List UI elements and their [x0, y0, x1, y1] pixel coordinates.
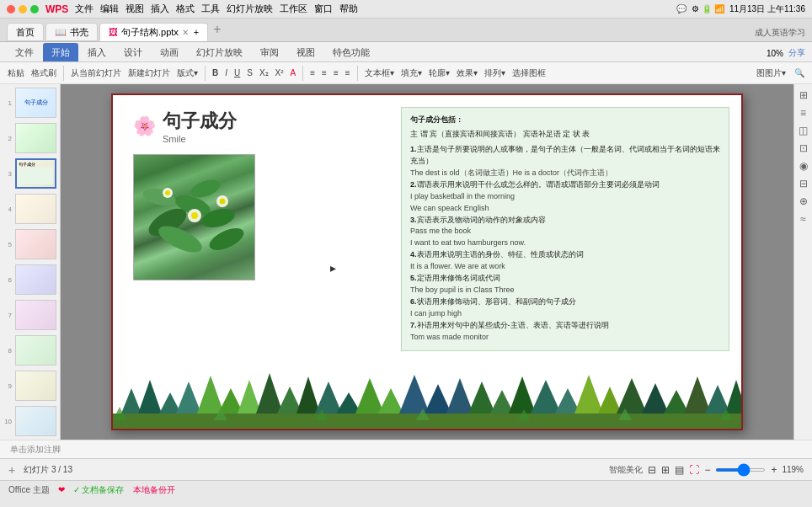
- tab-add-icon[interactable]: +: [194, 27, 199, 37]
- view-normal[interactable]: ⊟: [648, 464, 656, 476]
- ribbon-tab-file[interactable]: 文件: [7, 43, 42, 61]
- slide-thumb-9[interactable]: [15, 371, 56, 401]
- ribbon-tab-start[interactable]: 开始: [43, 43, 78, 61]
- italic-btn[interactable]: I: [222, 67, 230, 78]
- new-slide-btn[interactable]: 从当前幻灯片: [68, 67, 124, 80]
- tab-book[interactable]: 📖 书壳: [45, 23, 98, 41]
- slide-thumb-6[interactable]: [15, 264, 56, 295]
- font-color-btn[interactable]: A: [288, 67, 299, 78]
- svg-rect-13: [113, 414, 741, 429]
- menu-tools[interactable]: 工具: [201, 3, 220, 15]
- effect-btn[interactable]: 效果▾: [454, 67, 480, 80]
- tab-bar: 首页 📖 书壳 🖼 句子结构.pptx ✕ + + 成人英语学习: [0, 19, 812, 42]
- align-center-btn[interactable]: ≡: [319, 67, 329, 78]
- layout-btn[interactable]: 版式▾: [174, 67, 200, 80]
- ribbon-tab-view[interactable]: 视图: [288, 43, 323, 61]
- paste-button[interactable]: 粘贴: [5, 67, 27, 80]
- zoom-in-btn[interactable]: +: [771, 464, 777, 476]
- picture-btn[interactable]: 图图片▾: [754, 67, 788, 80]
- toolbar-undo-area: 粘贴 格式刷: [5, 67, 59, 80]
- subscript-btn[interactable]: X₂: [257, 67, 271, 78]
- menu-view[interactable]: 视图: [126, 3, 144, 15]
- tab-home[interactable]: 首页: [7, 23, 44, 41]
- align-left-btn[interactable]: ≡: [307, 67, 318, 78]
- slide-thumb-7[interactable]: [15, 300, 56, 330]
- menu-file[interactable]: 文件: [75, 3, 93, 15]
- right-tool-8[interactable]: ≈: [796, 211, 811, 227]
- right-tool-7[interactable]: ⊕: [796, 194, 811, 209]
- separator4: [357, 66, 358, 81]
- right-tool-2[interactable]: ≡: [796, 105, 811, 120]
- tab-book-icon: 📖: [55, 27, 67, 38]
- svg-marker-18: [197, 376, 224, 414]
- traffic-lights[interactable]: [7, 5, 39, 13]
- tab-close-icon[interactable]: ✕: [182, 28, 189, 37]
- right-tool-1[interactable]: ⊞: [796, 88, 811, 103]
- search-btn[interactable]: 🔍: [792, 67, 807, 78]
- menu-window[interactable]: 窗口: [314, 3, 333, 15]
- menu-slideshow[interactable]: 幻灯片放映: [227, 3, 273, 15]
- ribbon-tab-animation[interactable]: 动画: [152, 43, 187, 61]
- underline-btn[interactable]: U: [232, 67, 243, 78]
- textbox-btn[interactable]: 文本框▾: [362, 67, 397, 80]
- maximize-button[interactable]: [30, 5, 39, 13]
- fill-btn[interactable]: 填充▾: [398, 67, 425, 80]
- right-tool-3[interactable]: ◫: [796, 123, 811, 138]
- tab-pptx[interactable]: 🖼 句子结构.pptx ✕ +: [99, 23, 208, 41]
- notes-placeholder[interactable]: 单击添加注脚: [10, 444, 61, 456]
- svg-marker-38: [617, 378, 647, 414]
- close-button[interactable]: [7, 5, 15, 13]
- section-5-ex1: The boy pupil is in Class Three: [410, 285, 720, 296]
- menu-workspace[interactable]: 工作区: [280, 3, 307, 15]
- strikethrough-btn[interactable]: S: [244, 67, 255, 78]
- slide-thumb-4[interactable]: [15, 194, 56, 224]
- share-button[interactable]: 分享: [788, 47, 805, 59]
- arrange-btn[interactable]: 排列▾: [482, 67, 508, 80]
- bold-btn[interactable]: B: [210, 67, 221, 78]
- format-painter[interactable]: 格式刷: [29, 67, 59, 80]
- right-tool-6[interactable]: ⊟: [796, 176, 811, 191]
- slide-thumb-1[interactable]: 句子成分: [15, 88, 56, 118]
- content-textbox[interactable]: 句子成分包括： 主 谓 宾（直接宾语和间接宾语） 宾语补足语 定 状 表 1.主…: [401, 107, 729, 351]
- section-1: 1.主语是句子所要说明的人或事物，是句子的主体（一般是名词、代词或相当于名词的短…: [410, 144, 720, 168]
- outline-btn[interactable]: 轮廓▾: [426, 67, 452, 80]
- zoom-slider[interactable]: [715, 468, 766, 472]
- svg-point-8: [191, 212, 198, 219]
- ribbon-tab-special[interactable]: 特色功能: [324, 43, 378, 61]
- minimize-button[interactable]: [19, 5, 27, 13]
- zoom-out-btn[interactable]: −: [704, 464, 710, 476]
- slide-canvas[interactable]: 🌸 句子成分 Smile: [111, 93, 743, 430]
- slide-subtitle: Smile: [163, 134, 237, 144]
- align-area: ≡ ≡ ≡ ≡: [307, 67, 352, 78]
- right-tool-5[interactable]: ◉: [796, 158, 811, 173]
- view-full[interactable]: ⛶: [689, 464, 699, 476]
- slide-thumb-5[interactable]: [15, 229, 56, 259]
- ribbon-tab-slideshow[interactable]: 幻灯片放映: [188, 43, 251, 61]
- ribbon-tab-review[interactable]: 审阅: [252, 43, 287, 61]
- menu-help[interactable]: 帮助: [339, 3, 358, 15]
- align-right-btn[interactable]: ≡: [331, 67, 341, 78]
- view-outline[interactable]: ▤: [675, 464, 684, 476]
- add-slide-btn[interactable]: +: [8, 463, 15, 477]
- ribbon-tab-design[interactable]: 设计: [115, 43, 151, 61]
- slide-thumb-2[interactable]: [15, 123, 56, 153]
- ribbon-tab-insert[interactable]: 插入: [79, 43, 115, 61]
- right-tool-4[interactable]: ⊡: [796, 141, 811, 156]
- new-tab-button[interactable]: +: [210, 18, 224, 41]
- slide-thumb-10[interactable]: [15, 406, 56, 436]
- menu-edit[interactable]: 编辑: [100, 3, 119, 15]
- select-btn[interactable]: 选择图框: [510, 67, 548, 80]
- superscript-btn[interactable]: X²: [273, 67, 286, 78]
- view-slide[interactable]: ⊞: [661, 464, 670, 476]
- slide-operations: 从当前幻灯片 新建幻灯片 版式▾: [68, 67, 200, 80]
- slide-thumb-8[interactable]: [15, 335, 56, 366]
- slide-thumb-3[interactable]: 句子成分: [15, 158, 56, 189]
- menu-insert[interactable]: 插入: [151, 3, 169, 15]
- justify-btn[interactable]: ≡: [343, 67, 353, 78]
- menu-format[interactable]: 格式: [176, 3, 195, 15]
- ribbon-slideshow-label: 幻灯片放映: [196, 46, 243, 59]
- new-slide-btn2[interactable]: 新建幻灯片: [126, 67, 173, 80]
- section-5: 5.定语用来修饰名词或代词: [410, 273, 720, 285]
- smart-beautify[interactable]: 智能美化: [609, 464, 643, 476]
- ribbon-insert-label: 插入: [88, 46, 106, 59]
